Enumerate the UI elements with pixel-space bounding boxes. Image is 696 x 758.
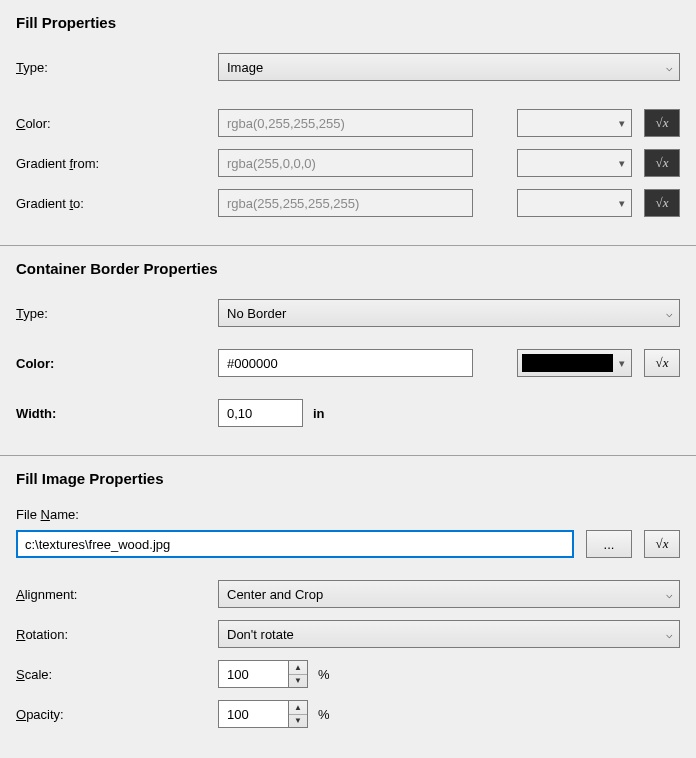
image-scale-unit: % — [318, 667, 330, 682]
spinner-up-icon[interactable]: ▲ — [289, 701, 307, 714]
fill-gradfrom-fx-button: √x — [644, 149, 680, 177]
caret-down-icon: ▾ — [619, 197, 625, 210]
image-opacity-spinner[interactable]: ▲ ▼ — [218, 700, 308, 728]
image-align-value: Center and Crop — [227, 587, 323, 602]
border-width-label: Width: — [16, 406, 218, 421]
border-color-fx-button[interactable]: √x — [644, 349, 680, 377]
image-opacity-input[interactable] — [218, 700, 288, 728]
image-scale-label: Scale: — [16, 667, 218, 682]
fill-gradfrom-label: Gradient from: — [16, 156, 218, 171]
caret-down-icon: ▾ — [619, 117, 625, 130]
image-align-select[interactable]: Center and Crop ⌵ — [218, 580, 680, 608]
image-rot-select[interactable]: Don't rotate ⌵ — [218, 620, 680, 648]
border-width-input[interactable] — [218, 399, 303, 427]
fill-gradfrom-input — [218, 149, 473, 177]
image-filename-label: File Name: — [16, 507, 680, 522]
spinner-up-icon[interactable]: ▲ — [289, 661, 307, 674]
fill-type-value: Image — [227, 60, 263, 75]
color-swatch-icon — [522, 354, 613, 372]
fill-type-select[interactable]: Image ⌵ — [218, 53, 680, 81]
fill-color-picker: ▾ — [517, 109, 632, 137]
chevron-down-icon: ⌵ — [666, 588, 673, 601]
image-filename-input[interactable] — [16, 530, 574, 558]
fill-color-label: Color: — [16, 116, 218, 131]
border-type-value: No Border — [227, 306, 286, 321]
image-scale-input[interactable] — [218, 660, 288, 688]
spinner-down-icon[interactable]: ▼ — [289, 714, 307, 728]
section-image-properties: Fill Image Properties File Name: ... √x … — [0, 455, 696, 756]
border-color-picker[interactable]: ▾ — [517, 349, 632, 377]
image-opacity-unit: % — [318, 707, 330, 722]
fill-gradto-fx-button: √x — [644, 189, 680, 217]
browse-button[interactable]: ... — [586, 530, 632, 558]
fill-gradto-input — [218, 189, 473, 217]
image-align-label: Alignment: — [16, 587, 218, 602]
spinner-down-icon[interactable]: ▼ — [289, 674, 307, 688]
fill-type-label: Type: — [16, 60, 218, 75]
caret-down-icon: ▾ — [619, 157, 625, 170]
image-title: Fill Image Properties — [16, 470, 680, 487]
section-fill-properties: Fill Properties Type: Image ⌵ Color: ▾ √… — [0, 0, 696, 245]
fill-gradfrom-picker: ▾ — [517, 149, 632, 177]
border-title: Container Border Properties — [16, 260, 680, 277]
image-rot-label: Rotation: — [16, 627, 218, 642]
fill-color-input — [218, 109, 473, 137]
fill-title: Fill Properties — [16, 14, 680, 31]
caret-down-icon: ▾ — [619, 357, 625, 370]
border-color-label: Color: — [16, 356, 218, 371]
section-border-properties: Container Border Properties Type: No Bor… — [0, 245, 696, 455]
image-scale-spinner[interactable]: ▲ ▼ — [218, 660, 308, 688]
chevron-down-icon: ⌵ — [666, 307, 673, 320]
border-width-unit: in — [313, 406, 325, 421]
chevron-down-icon: ⌵ — [666, 61, 673, 74]
fill-gradto-label: Gradient to: — [16, 196, 218, 211]
image-rot-value: Don't rotate — [227, 627, 294, 642]
fill-gradto-picker: ▾ — [517, 189, 632, 217]
border-type-label: Type: — [16, 306, 218, 321]
border-color-input[interactable] — [218, 349, 473, 377]
image-opacity-label: Opacity: — [16, 707, 218, 722]
image-filename-fx-button[interactable]: √x — [644, 530, 680, 558]
border-type-select[interactable]: No Border ⌵ — [218, 299, 680, 327]
chevron-down-icon: ⌵ — [666, 628, 673, 641]
fill-color-fx-button: √x — [644, 109, 680, 137]
